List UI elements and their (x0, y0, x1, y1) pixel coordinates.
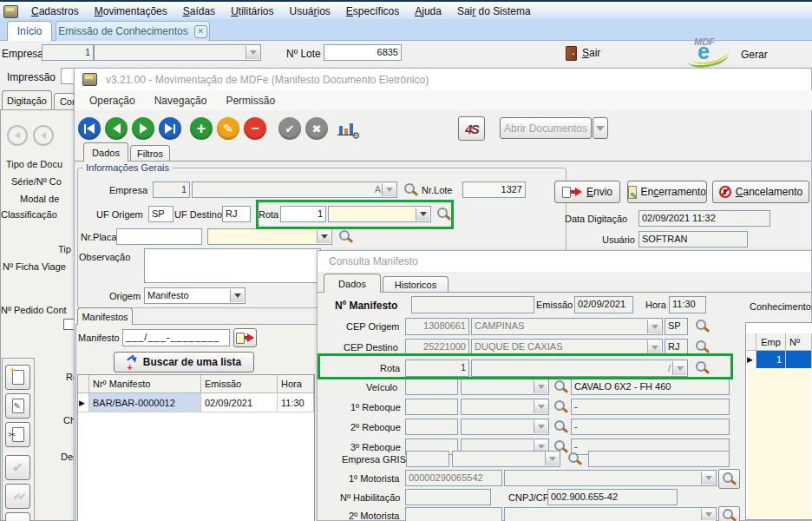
chevron-down-icon[interactable] (647, 320, 661, 333)
col-nr-manifesto[interactable]: Nrº Manifesto (89, 375, 201, 393)
cep-origem-input[interactable]: 13080661 (405, 318, 469, 335)
confirm-button[interactable]: ✔ (278, 117, 301, 140)
search-icon[interactable] (403, 182, 418, 197)
search-icon[interactable] (553, 419, 568, 434)
chevron-down-icon[interactable] (230, 289, 244, 302)
tab-close-icon[interactable]: ✕ (194, 25, 207, 38)
menu-item-sair-sistema[interactable]: Sair do Sistema (449, 5, 539, 17)
motorista2-combo[interactable] (504, 507, 717, 521)
table-row[interactable]: ▶ BAR/BAR-0000012 02/09/2021 11:30 (78, 393, 314, 412)
origem-combo[interactable]: Manifesto (144, 287, 246, 304)
search-icon[interactable] (553, 399, 568, 414)
envio-button[interactable]: Envio (554, 181, 620, 203)
chevron-down-icon[interactable] (534, 420, 547, 433)
col-emissao[interactable]: Emissão (201, 375, 278, 393)
veiculo-combo[interactable] (461, 379, 549, 395)
manifestos-tab[interactable]: Manifestos (77, 307, 133, 325)
menu-navegacao[interactable]: Navegação (154, 95, 207, 107)
col-emp[interactable]: Emp (756, 333, 786, 351)
menu-item-movimentacoes[interactable]: Movimentações (87, 5, 175, 17)
tab-emissao-conhecimentos[interactable]: Emissão de Conhecimentos ✕ (56, 21, 210, 41)
chevron-down-icon[interactable] (545, 452, 559, 465)
col-numero[interactable]: Nº (786, 333, 812, 351)
logo-4s-button[interactable]: 4S (458, 116, 485, 141)
menu-operacao[interactable]: Operação (89, 95, 135, 107)
nr-placa-input[interactable] (116, 228, 202, 245)
empresa-gris-input[interactable] (406, 451, 449, 467)
nav-prev-button[interactable] (105, 117, 128, 140)
cancel-button[interactable]: ✖ (305, 117, 328, 140)
chevron-down-icon[interactable] (701, 509, 715, 520)
motorista2-search-button[interactable] (718, 506, 740, 521)
menu-item-saidas[interactable]: Saídas (175, 5, 223, 17)
menu-item-ajuda[interactable]: Ajuda (407, 5, 449, 17)
tab-inicio[interactable]: Início (7, 21, 52, 41)
cep-destino-combo[interactable]: DUQUE DE CAXIAS (471, 339, 663, 356)
gerar-button[interactable]: MDF e Gerar (685, 38, 789, 66)
search-icon[interactable] (694, 360, 710, 375)
motorista1-combo[interactable] (504, 470, 717, 486)
cancelamento-button[interactable]: Cancelamento (712, 181, 809, 203)
menu-item-cadastros[interactable]: Cadastros (23, 5, 87, 17)
search-icon[interactable] (435, 207, 451, 221)
table-row[interactable]: ▶ 1 (746, 351, 812, 368)
mdfe-tab-filtros[interactable]: Filtros (130, 145, 170, 162)
nr-placa-combo[interactable] (207, 228, 332, 245)
mdfe-empresa-combo[interactable]: A (192, 181, 397, 198)
rota-input[interactable]: 1 (280, 206, 326, 222)
consulta-rota-input[interactable]: 1 (405, 359, 469, 377)
motorista1-input[interactable]: 00000290065542 (405, 470, 502, 486)
cep-destino-input[interactable]: 25221000 (405, 339, 469, 356)
chevron-down-icon[interactable] (672, 361, 686, 375)
encerramento-button[interactable]: ✎ Encerramento (627, 181, 707, 203)
sair-button[interactable]: Sair (566, 44, 600, 62)
empresa-gris-combo[interactable] (452, 451, 560, 467)
outer-empresa-combo[interactable] (94, 44, 261, 61)
cell-hora[interactable]: 11:30 (278, 393, 314, 412)
chevron-down-icon[interactable] (382, 183, 396, 196)
nav-first-button[interactable] (78, 117, 101, 140)
cell-numero[interactable] (786, 351, 812, 368)
cell-emp[interactable]: 1 (756, 351, 786, 368)
consulta-rota-combo[interactable]: / (471, 359, 688, 377)
confirm-button-disabled[interactable]: ✔ (5, 455, 30, 480)
cell-nr-manifesto[interactable]: BAR/BAR-0000012 (89, 393, 201, 412)
search-icon[interactable] (337, 229, 353, 244)
cell-emissao[interactable]: 02/09/2021 (201, 393, 278, 412)
chevron-down-icon[interactable] (416, 208, 429, 221)
consulta-tab-dados[interactable]: Dados (324, 274, 381, 293)
mdfe-nrlote-input[interactable]: 1327 (462, 181, 526, 198)
nav-next-button[interactable] (132, 117, 154, 140)
chevron-down-icon[interactable] (701, 472, 715, 485)
outer-empresa-input[interactable]: 1 (42, 44, 94, 61)
manifesto-export-button[interactable] (233, 328, 257, 347)
menu-item-usuarios[interactable]: Usuários (281, 5, 337, 17)
uf-origem-input[interactable]: SP (148, 206, 174, 222)
search-icon[interactable] (566, 452, 582, 466)
reboque2-input[interactable] (405, 419, 458, 435)
chevron-down-icon[interactable] (647, 340, 661, 354)
veiculo-input[interactable] (405, 379, 458, 395)
uf-destino-input[interactable]: RJ (222, 206, 251, 222)
nav-prev-button-disabled[interactable] (33, 125, 54, 146)
consulta-window-titlebar[interactable]: Consulta Manifesto (318, 251, 811, 272)
rota-combo[interactable] (328, 206, 431, 222)
abrir-documentos-dropdown[interactable] (593, 117, 608, 139)
outer-lote-input[interactable]: 6835 (324, 44, 402, 61)
abrir-documentos-button[interactable]: Abrir Documentos (500, 117, 592, 139)
buscar-lista-button[interactable]: + Buscar de uma lista (114, 352, 254, 373)
consulta-tab-historicos[interactable]: Historicos (383, 276, 449, 293)
chevron-down-icon[interactable] (317, 230, 331, 243)
add-button[interactable]: + (190, 117, 213, 140)
cut-document-button[interactable]: ✂ (5, 422, 30, 447)
chevron-down-icon[interactable] (534, 400, 547, 413)
motorista2-input[interactable] (405, 507, 502, 521)
reboque1-input[interactable] (405, 399, 458, 415)
confirm-all-button-disabled[interactable]: ✔✔ (5, 484, 30, 509)
observacao-textarea[interactable] (144, 248, 321, 283)
n-manifesto-input[interactable] (411, 296, 534, 313)
menu-item-utilitarios[interactable]: Utilitários (223, 5, 281, 17)
motorista1-search-button[interactable] (718, 469, 740, 489)
new-document-button[interactable]: ✦ (5, 365, 30, 390)
reboque2-combo[interactable] (461, 419, 549, 435)
